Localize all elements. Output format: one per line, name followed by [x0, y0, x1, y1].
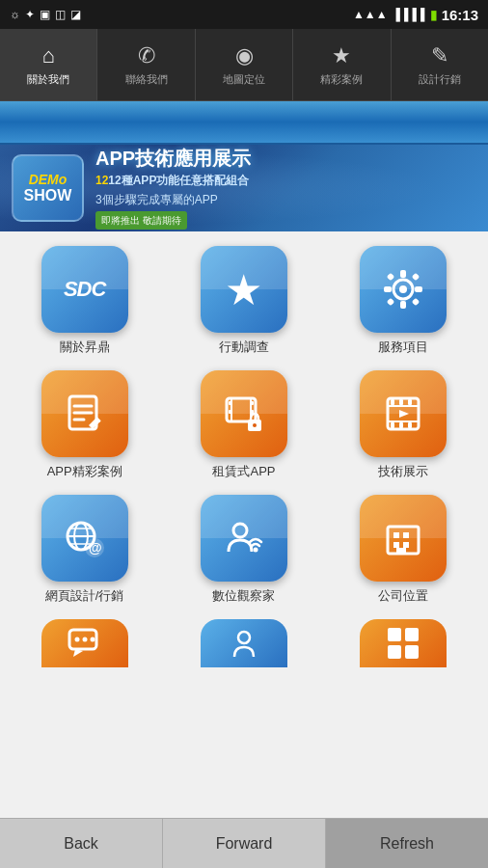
svg-point-41 [233, 524, 247, 537]
blue-banner [0, 101, 488, 145]
svg-point-53 [238, 632, 250, 643]
svg-point-1 [399, 285, 407, 293]
wifi-person-svg [225, 624, 263, 663]
home-icon: ⌂ [42, 43, 55, 68]
app-item-tech-demo[interactable]: 技術展示 [329, 370, 478, 480]
status-icon-app2: ◫ [55, 8, 66, 21]
app-icon-partial-3 [360, 619, 447, 667]
app-icon-survey: ★ [201, 246, 287, 333]
svg-point-50 [74, 637, 79, 642]
app-icon-partial-2 [201, 619, 287, 667]
app-item-rental-app[interactable]: 租賃式APP [169, 370, 318, 480]
svg-point-23 [253, 423, 257, 427]
app-icon-observer [201, 495, 287, 582]
app-icon-tech-demo [360, 370, 447, 457]
gear-svg [379, 265, 427, 313]
tab-navigation: ⌂ 關於我們 ✆ 聯絡我們 ◉ 地圖定位 ★ 精彩案例 ✎ 設計行銷 [0, 29, 488, 101]
svg-rect-47 [403, 542, 409, 548]
demo-desc1-text: 12種APP功能任意搭配組合 [108, 174, 249, 187]
film-strip-svg [378, 389, 428, 439]
app-item-services[interactable]: 服務項目 [329, 246, 478, 356]
bottom-navigation: Back Forward Refresh [0, 818, 488, 868]
svg-rect-3 [400, 301, 406, 309]
refresh-button[interactable]: Refresh [326, 819, 488, 868]
app-item-about-sdc[interactable]: SDC 關於昇鼎 [10, 246, 159, 356]
status-right: ▲▲▲ ▐▐▐▐ ▮ 16:13 [353, 7, 478, 23]
app-grid: SDC 關於昇鼎 ★ 行動調查 [0, 231, 488, 682]
svg-point-52 [90, 637, 95, 642]
tab-cases[interactable]: ★ 精彩案例 [293, 29, 391, 100]
svg-rect-8 [387, 298, 394, 306]
svg-rect-20 [250, 401, 254, 405]
tab-map[interactable]: ◉ 地圖定位 [196, 29, 293, 100]
demo-content: APP技術應用展示 1212種APP功能任意搭配組合 3個步驟完成專屬的APP … [84, 147, 476, 231]
svg-rect-31 [399, 422, 403, 428]
app-icon-web-design: @ [41, 495, 128, 582]
web-design-svg: @ [60, 513, 110, 563]
demo-desc1: 1212種APP功能任意搭配組合 [95, 173, 476, 189]
svg-rect-19 [229, 410, 232, 414]
demo-title: APP技術應用展示 [95, 147, 476, 170]
app-item-partial-3[interactable] [329, 619, 478, 667]
tab-cases-label: 精彩案例 [320, 72, 363, 87]
svg-rect-57 [405, 645, 419, 659]
svg-point-51 [82, 637, 87, 642]
svg-rect-7 [412, 273, 420, 281]
observer-svg [219, 513, 269, 563]
svg-rect-9 [412, 298, 420, 306]
svg-rect-27 [391, 399, 394, 405]
svg-rect-32 [408, 422, 412, 428]
app-item-location[interactable]: 公司位置 [329, 495, 478, 605]
tab-about-label: 關於我們 [27, 72, 69, 87]
svg-rect-29 [408, 399, 412, 405]
status-icon-app3: ◪ [70, 8, 81, 21]
app-item-web-design[interactable]: @ 網頁設計/行銷 [10, 495, 159, 605]
signal-icon: ▐▐▐▐ [393, 8, 425, 21]
tab-contact[interactable]: ✆ 聯絡我們 [97, 29, 195, 100]
svg-rect-28 [399, 399, 403, 405]
svg-rect-55 [405, 628, 419, 641]
tab-design[interactable]: ✎ 設計行銷 [392, 29, 488, 100]
app-icon-services [360, 246, 447, 333]
svg-rect-45 [403, 532, 409, 538]
app-label-tech-demo: 技術展示 [378, 463, 428, 480]
demo-logo-text1: DEMo [29, 172, 68, 187]
app-label-location: 公司位置 [378, 587, 428, 605]
app-item-partial-1[interactable] [10, 619, 159, 667]
app-label-rental-app: 租賃式APP [212, 463, 275, 480]
svg-rect-18 [229, 401, 232, 405]
app-item-app-cases[interactable]: APP精彩案例 [10, 370, 159, 480]
demo-banner: DEMo SHOW APP技術應用展示 1212種APP功能任意搭配組合 3個步… [0, 145, 488, 231]
svg-marker-33 [399, 410, 409, 418]
status-icons-left: ☼ ✦ ▣ ◫ ◪ [10, 8, 81, 21]
app-icon-rental-app [201, 370, 287, 457]
svg-rect-56 [388, 645, 401, 659]
app-item-survey[interactable]: ★ 行動調查 [169, 246, 318, 356]
app-item-observer[interactable]: 數位觀察家 [169, 495, 318, 605]
back-button[interactable]: Back [0, 819, 163, 868]
svg-text:@: @ [89, 540, 102, 556]
forward-button[interactable]: Forward [163, 819, 326, 868]
tab-about[interactable]: ⌂ 關於我們 [0, 29, 97, 100]
clipboard-pencil-svg [60, 389, 110, 439]
app-label-services: 服務項目 [378, 339, 428, 356]
svg-rect-4 [384, 286, 392, 292]
location-icon: ◉ [235, 43, 254, 68]
demo-logo: DEMo SHOW [12, 154, 84, 222]
phone-icon: ✆ [138, 43, 155, 68]
app-label-survey: 行動調查 [219, 339, 269, 356]
demo-desc2: 3個步驟完成專屬的APP [95, 192, 476, 208]
status-icon-app1: ▣ [40, 8, 50, 21]
wifi-icon: ▲▲▲ [353, 8, 388, 21]
status-icon-usb: ✦ [25, 8, 35, 21]
app-icon-app-cases [41, 370, 128, 457]
tab-contact-label: 聯絡我們 [125, 72, 168, 87]
demo-logo-text2: SHOW [24, 187, 72, 204]
star-icon: ★ [332, 43, 351, 68]
app-item-partial-2[interactable] [169, 619, 318, 667]
status-icon-sun: ☼ [10, 8, 20, 21]
app-label-web-design: 網頁設計/行銷 [45, 587, 124, 605]
tab-design-label: 設計行銷 [419, 72, 461, 87]
demo-badge: 即將推出 敬請期待 [95, 211, 187, 230]
content-area[interactable]: SDC 關於昇鼎 ★ 行動調查 [0, 231, 488, 818]
